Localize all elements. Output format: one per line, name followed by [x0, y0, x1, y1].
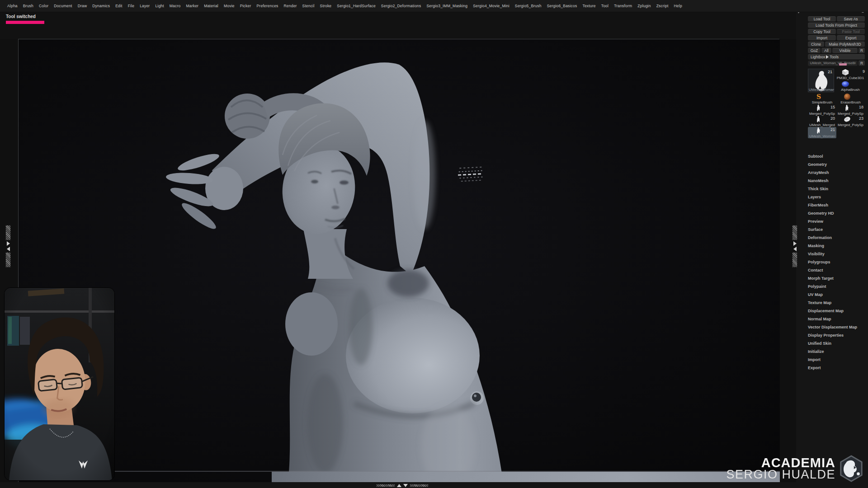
- tool-thumbnail-eraserbrush[interactable]: EraserBrush: [836, 93, 865, 104]
- menu-texture[interactable]: Texture: [580, 4, 598, 8]
- section-masking[interactable]: Masking: [808, 242, 866, 250]
- menu-marker[interactable]: Marker: [183, 4, 201, 8]
- menu-dynamics[interactable]: Dynamics: [90, 4, 113, 8]
- export-button[interactable]: Export: [837, 35, 865, 41]
- section-initialize[interactable]: Initialize: [808, 347, 866, 356]
- menu-zplugin[interactable]: Zplugin: [635, 4, 653, 8]
- tool-thumbnail-umesh-woman-selected[interactable]: 21 UMesh_Woman: [808, 127, 836, 138]
- goz-r-button[interactable]: R: [859, 48, 865, 53]
- section-vector-displacement-map[interactable]: Vector Displacement Map: [808, 323, 866, 331]
- section-texture-map[interactable]: Texture Map: [808, 299, 866, 307]
- menu-light[interactable]: Light: [152, 4, 166, 8]
- menu-draw[interactable]: Draw: [75, 4, 90, 8]
- sculpt-canvas[interactable]: [18, 39, 779, 482]
- left-tray-close-icon[interactable]: [7, 247, 10, 251]
- load-tools-from-project-button[interactable]: Load Tools From Project: [808, 23, 865, 28]
- bottom-tray-scrollbar-left[interactable]: [376, 484, 395, 487]
- tool-thumbnail-umesh-merged[interactable]: 20 UMesh_Merged: [808, 116, 836, 127]
- make-polymesh3d-button[interactable]: Make PolyMesh3D: [825, 42, 865, 47]
- section-geometry[interactable]: Geometry: [808, 160, 866, 169]
- menu-sergio5-brush[interactable]: Sergio5_Brush: [512, 4, 544, 8]
- section-polygroups[interactable]: Polygroups: [808, 258, 866, 266]
- left-tray-divider[interactable]: [5, 225, 11, 267]
- section-geometry-hd[interactable]: Geometry HD: [808, 209, 866, 217]
- section-preview[interactable]: Preview: [808, 217, 866, 225]
- tool-rename-button[interactable]: R: [859, 61, 865, 66]
- section-thick-skin[interactable]: Thick Skin: [808, 185, 866, 193]
- import-button[interactable]: Import: [808, 35, 836, 41]
- menu-sergio3-imm-masking[interactable]: Sergio3_IMM_Masking: [424, 4, 470, 8]
- right-tray-close-icon[interactable]: [793, 247, 797, 251]
- section-uv-map[interactable]: UV Map: [808, 291, 866, 299]
- bottom-tray-close-icon[interactable]: [403, 484, 408, 487]
- bottom-tray-divider[interactable]: [376, 484, 429, 487]
- active-tool-thumbnail[interactable]: 21 UMesh_Woman: [808, 69, 834, 92]
- goz-button[interactable]: GoZ: [808, 48, 821, 53]
- menu-sergio6-basicos[interactable]: Sergio6_Basicos: [544, 4, 580, 8]
- tool-thumbnail-alphabrush[interactable]: AlphaBrush: [835, 80, 866, 92]
- left-tray-scrollbar-lower[interactable]: [5, 252, 11, 267]
- menu-preferences[interactable]: Preferences: [254, 4, 281, 8]
- bottom-tray-open-icon[interactable]: [397, 484, 401, 487]
- lightbox-tools-button[interactable]: Lightbox Tools: [808, 54, 865, 60]
- menu-brush[interactable]: Brush: [20, 4, 36, 8]
- section-displacement-map[interactable]: Displacement Map: [808, 307, 866, 315]
- section-subtool[interactable]: Subtool: [808, 152, 866, 160]
- tool-thumbnail-merged-15[interactable]: 15 Merged_PolySp: [808, 104, 836, 116]
- menu-sergio2-deformations[interactable]: Sergio2_Deformations: [378, 4, 424, 8]
- menu-sergio4-movie-mini[interactable]: Sergio4_Movie_Mini: [470, 4, 512, 8]
- menu-edit[interactable]: Edit: [113, 4, 125, 8]
- menu-color[interactable]: Color: [36, 4, 51, 8]
- menu-tool[interactable]: Tool: [599, 4, 611, 8]
- menu-zscript[interactable]: Zscript: [654, 4, 671, 8]
- goz-all-button[interactable]: All: [821, 48, 831, 53]
- section-fibermesh[interactable]: FiberMesh: [808, 201, 866, 209]
- menu-help[interactable]: Help: [671, 4, 685, 8]
- section-unified-skin[interactable]: Unified Skin: [808, 339, 866, 347]
- menu-render[interactable]: Render: [281, 4, 300, 8]
- menu-file[interactable]: File: [125, 4, 137, 8]
- right-tray-open-icon[interactable]: [793, 241, 797, 246]
- menu-document[interactable]: Document: [51, 4, 75, 8]
- left-tray-scrollbar[interactable]: [5, 225, 11, 240]
- section-import[interactable]: Import: [808, 356, 866, 364]
- tool-palette: Tool Load Tool Save As Load Tools From P…: [796, 0, 868, 488]
- section-polypaint[interactable]: Polypaint: [808, 282, 866, 291]
- tool-thumbnail-merged-18[interactable]: 18 Merged_PolySp: [836, 104, 865, 116]
- left-tray-open-icon[interactable]: [7, 241, 10, 246]
- clone-button[interactable]: Clone: [808, 42, 824, 47]
- tool-thumbnail-cube[interactable]: 9 PM3D_Cube3D1: [835, 69, 866, 80]
- section-arraymesh[interactable]: ArrayMesh: [808, 169, 866, 177]
- menu-material[interactable]: Material: [201, 4, 221, 8]
- bottom-tray-scrollbar-right[interactable]: [410, 484, 429, 487]
- tool-thumbnail-merged-23[interactable]: 23 Merged_PolySp: [836, 116, 865, 127]
- menu-stencil[interactable]: Stencil: [300, 4, 317, 8]
- tool-thumbnail-simplebrush[interactable]: S SimpleBrush: [808, 93, 836, 104]
- menu-stroke[interactable]: Stroke: [317, 4, 335, 8]
- section-export[interactable]: Export: [808, 364, 866, 372]
- section-layers[interactable]: Layers: [808, 193, 866, 201]
- current-tool-name-slider[interactable]: UMesh_Woman_V6_PoseBl: [808, 61, 858, 66]
- menu-movie[interactable]: Movie: [221, 4, 237, 8]
- section-surface[interactable]: Surface: [808, 225, 866, 234]
- right-tray-scrollbar[interactable]: [792, 225, 797, 240]
- goz-visible-button[interactable]: Visible: [832, 48, 858, 53]
- right-tray-divider[interactable]: [792, 225, 797, 267]
- menu-macro[interactable]: Macro: [167, 4, 184, 8]
- menu-layer[interactable]: Layer: [137, 4, 152, 8]
- copy-tool-button[interactable]: Copy Tool: [808, 29, 836, 34]
- menu-transform[interactable]: Transform: [611, 4, 635, 8]
- section-morph-target[interactable]: Morph Target: [808, 274, 866, 282]
- section-deformation[interactable]: Deformation: [808, 234, 866, 242]
- save-as-button[interactable]: Save As: [837, 16, 865, 22]
- section-normal-map[interactable]: Normal Map: [808, 315, 866, 323]
- section-nanomesh[interactable]: NanoMesh: [808, 177, 866, 185]
- right-tray-scrollbar-lower[interactable]: [792, 252, 797, 267]
- section-visibility[interactable]: Visibility: [808, 250, 866, 258]
- menu-alpha[interactable]: Alpha: [5, 4, 20, 8]
- section-contact[interactable]: Contact: [808, 266, 866, 274]
- section-display-properties[interactable]: Display Properties: [808, 331, 866, 339]
- load-tool-button[interactable]: Load Tool: [808, 16, 836, 22]
- menu-sergio1-hardsurface[interactable]: Sergio1_HardSurface: [334, 4, 378, 8]
- menu-picker[interactable]: Picker: [237, 4, 254, 8]
